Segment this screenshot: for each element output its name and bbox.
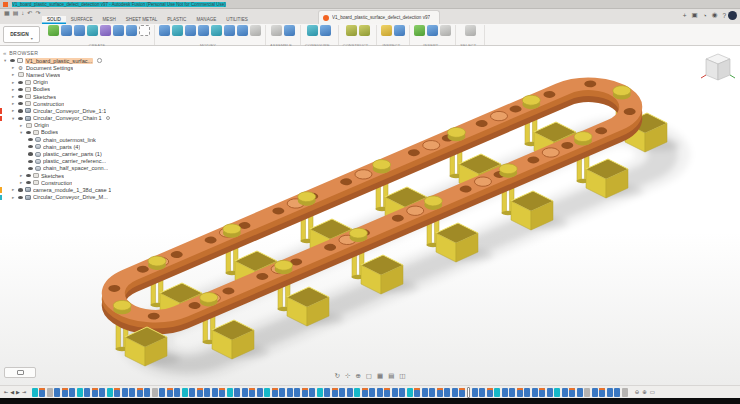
tab-surface[interactable]: SURFACE [66, 16, 98, 24]
tool-icon[interactable] [346, 25, 357, 36]
visibility-eye-icon[interactable] [18, 109, 23, 112]
timeline-feature-icon[interactable] [452, 388, 458, 397]
activate-radio-icon[interactable] [106, 116, 111, 121]
browser-item-document-settings[interactable]: ▸⚙Document Settings [0, 64, 112, 71]
timeline-feature-icon[interactable] [287, 388, 293, 397]
tool-icon[interactable] [74, 25, 85, 36]
timeline-feature-icon[interactable] [204, 388, 210, 397]
visibility-eye-icon[interactable] [18, 81, 23, 84]
timeline-feature-icon[interactable] [532, 388, 538, 397]
play-icon[interactable]: ▶ [16, 389, 20, 395]
timeline-feature-icon[interactable] [129, 388, 135, 397]
tab-sheet-metal[interactable]: SHEET METAL [121, 16, 162, 24]
undo-icon[interactable]: ↶ [27, 10, 32, 17]
timeline-feature-icon[interactable] [107, 388, 113, 397]
timeline-feature-icon[interactable] [584, 388, 590, 397]
tool-icon[interactable] [224, 25, 235, 36]
timeline-feature-icon[interactable] [539, 388, 545, 397]
zoom-icon[interactable]: ⊕ [355, 372, 360, 380]
tool-icon[interactable] [139, 25, 150, 36]
tool-icon[interactable] [198, 25, 209, 36]
visibility-eye-icon[interactable] [28, 145, 33, 148]
timeline-feature-icon[interactable] [524, 388, 530, 397]
timeline-feature-icon[interactable] [577, 388, 583, 397]
visibility-eye-icon[interactable] [28, 152, 33, 155]
timeline-feature-icon[interactable] [377, 388, 383, 397]
browser-item-conveyor-chain[interactable]: ▾Circular_Conveyor_Chain 1 [0, 115, 112, 122]
timeline-feature-icon[interactable] [264, 388, 270, 397]
timeline-feature-icon[interactable] [422, 388, 428, 397]
tool-icon[interactable] [307, 25, 318, 36]
timeline-feature-icon[interactable] [407, 388, 413, 397]
tool-icon[interactable] [381, 25, 392, 36]
timeline-feature-icon[interactable] [554, 388, 560, 397]
tool-icon[interactable] [126, 25, 137, 36]
browser-item-body[interactable]: plastic_carrier_referenc... [0, 158, 112, 165]
timeline-feature-icon[interactable] [384, 388, 390, 397]
timeline-feature-icon[interactable] [562, 388, 568, 397]
timeline-feature-icon[interactable] [249, 388, 255, 397]
browser-item-sketches[interactable]: ▸Sketches [0, 93, 112, 100]
tool-icon[interactable] [284, 25, 295, 36]
tool-icon[interactable] [185, 25, 196, 36]
tool-icon[interactable] [87, 25, 98, 36]
timeline-feature-icon[interactable] [242, 388, 248, 397]
browser-item-bodies[interactable]: ▾Bodies [0, 129, 112, 136]
timeline-feature-icon[interactable] [547, 388, 553, 397]
browser-item-construction[interactable]: ▸Construction [0, 179, 112, 186]
tab-solid[interactable]: SOLID [42, 16, 66, 24]
timeline-feature-icon[interactable] [502, 388, 508, 397]
data-panel-icon[interactable]: ▦ [4, 10, 10, 17]
tool-icon[interactable] [61, 25, 72, 36]
timeline-feature-icon[interactable] [234, 388, 240, 397]
browser-item-body[interactable]: chain_parts (4) [0, 143, 112, 150]
visibility-eye-icon[interactable] [26, 181, 31, 184]
visibility-eye-icon[interactable] [26, 131, 31, 134]
timeline-feature-icon[interactable] [569, 388, 575, 397]
tool-icon[interactable] [250, 25, 261, 36]
pan-icon[interactable]: ⊹ [345, 372, 350, 380]
visibility-eye-icon[interactable] [10, 59, 15, 62]
display-settings-icon[interactable]: ▦ [377, 372, 383, 380]
browser-item-construction[interactable]: ▸Construction [0, 100, 112, 107]
timeline-feature-icon[interactable] [122, 388, 128, 397]
orbit-icon[interactable]: ↻ [335, 372, 340, 380]
user-avatar[interactable] [728, 11, 737, 20]
redo-icon[interactable]: ↷ [35, 10, 40, 17]
timeline-feature-icon[interactable] [294, 388, 300, 397]
timeline-feature-icon[interactable] [399, 388, 405, 397]
visibility-eye-icon[interactable] [28, 138, 33, 141]
save-icon[interactable]: ↓ [21, 10, 24, 17]
timeline-feature-icon[interactable] [212, 388, 218, 397]
timeline-feature-icon[interactable] [272, 388, 278, 397]
timeline-feature-icon[interactable] [279, 388, 285, 397]
timeline-feature-icon[interactable] [459, 388, 465, 397]
timeline-zoom-in-icon[interactable]: ⊕ [642, 389, 647, 395]
new-tab-icon[interactable]: + [683, 12, 687, 19]
browser-item-root[interactable]: ▾V1_board_plastic_surfac... [0, 57, 112, 64]
timeline-feature-icon[interactable] [257, 388, 263, 397]
skip-end-icon[interactable]: ⇥ [22, 389, 26, 395]
timeline-feature-icon[interactable] [54, 388, 60, 397]
tab-manage[interactable]: MANAGE [191, 16, 221, 24]
timeline-feature-icon[interactable] [324, 388, 330, 397]
timeline-feature-icon[interactable] [472, 388, 478, 397]
timeline-feature-icon[interactable] [592, 388, 598, 397]
visibility-eye-icon[interactable] [28, 167, 33, 170]
timeline-feature-icon[interactable] [62, 388, 68, 397]
browser-item-conveyor-drive[interactable]: ▸Circular_Conveyor_Drive_1:1 [0, 107, 112, 114]
timeline-feature-icon[interactable] [99, 388, 105, 397]
timeline-feature-icon[interactable] [47, 388, 53, 397]
tool-icon[interactable] [414, 25, 425, 36]
timeline-feature-icon[interactable] [219, 388, 225, 397]
file-menu-icon[interactable]: ▤ [13, 10, 19, 17]
timeline-feature-icon[interactable] [467, 387, 471, 398]
timeline-feature-icon[interactable] [332, 388, 338, 397]
browser-item-origin[interactable]: ▸Origin [0, 79, 112, 86]
collapse-panel-icon[interactable]: « [3, 50, 6, 56]
viewport-canvas[interactable]: «BROWSER ▾V1_board_plastic_surfac... ▸⚙D… [0, 46, 740, 385]
timeline-feature-icon[interactable] [92, 388, 98, 397]
tool-icon[interactable] [465, 25, 476, 36]
timeline-feature-icon[interactable] [509, 388, 515, 397]
tool-icon[interactable] [172, 25, 183, 36]
